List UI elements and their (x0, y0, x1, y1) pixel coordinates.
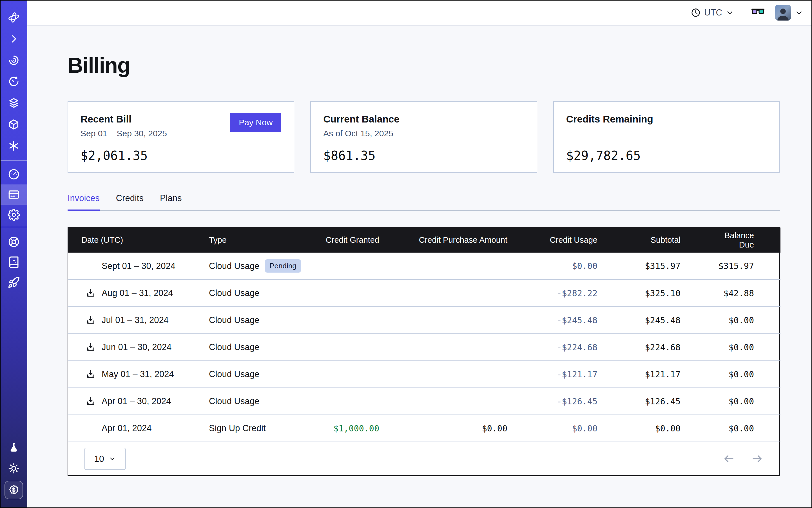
table-footer: 10 (68, 442, 779, 475)
sidebar (0, 0, 27, 508)
download-invoice-button[interactable] (86, 342, 96, 352)
page-title: Billing (68, 53, 780, 77)
summary-cards: Recent Bill Sep 01 – Sep 30, 2025 $2,061… (68, 101, 780, 173)
sidebar-item-labs[interactable] (0, 438, 27, 458)
credit-purchase-value (409, 307, 537, 334)
sidebar-item-layers[interactable] (0, 93, 27, 113)
invoice-date: May 01 – 31, 2024 (102, 369, 174, 379)
sidebar-expand[interactable] (0, 29, 27, 49)
invoice-date: Apr 01 – 30, 2024 (102, 396, 171, 406)
invoice-type: Cloud Usage (209, 342, 259, 352)
download-invoice-button[interactable] (86, 396, 96, 406)
tab-invoices[interactable]: Invoices (68, 193, 100, 210)
column-header-date: Date (UTC) (68, 227, 196, 253)
glasses-icon (752, 8, 764, 17)
reader-mode-button[interactable] (752, 8, 764, 17)
credit-purchase-value (409, 253, 537, 280)
balance-due-value: $0.00 (710, 388, 780, 415)
credits-promo (0, 480, 27, 500)
subtotal-value: $245.48 (627, 307, 710, 334)
timezone-selector[interactable]: UTC (691, 8, 734, 18)
avatar[interactable] (775, 5, 791, 20)
timezone-label: UTC (704, 8, 722, 18)
credit-granted-value (314, 280, 409, 307)
credit-purchase-value (409, 388, 537, 415)
sidebar-item-settings[interactable] (0, 205, 27, 225)
arrow-right-icon (751, 453, 763, 465)
credit-usage-value: $0.00 (537, 253, 627, 280)
credits-remaining-amount: $29,782.65 (566, 149, 767, 163)
docs-book-icon (8, 256, 20, 268)
credit-purchase-value (409, 334, 537, 361)
column-header-type: Type (196, 227, 314, 253)
subtotal-value: $121.17 (627, 361, 710, 388)
topbar: UTC (27, 0, 812, 26)
credits-promo-button[interactable] (4, 481, 23, 499)
sidebar-item-observe[interactable] (0, 50, 27, 71)
user-menu-button[interactable] (795, 8, 803, 17)
billing-tabs: InvoicesCreditsPlans (68, 193, 780, 211)
invoice-row: Sept 01 – 30, 2024 Cloud Usage Pending $… (68, 253, 780, 280)
next-page-button[interactable] (751, 453, 763, 465)
invoice-row: Apr 01 – 30, 2024 Cloud Usage -$126.45 $… (68, 388, 780, 415)
balance-due-value: $0.00 (710, 307, 780, 334)
tab-plans[interactable]: Plans (160, 193, 182, 210)
download-icon (86, 396, 96, 406)
status-badge: Pending (265, 259, 301, 272)
invoice-type: Cloud Usage (209, 261, 259, 271)
download-invoice-button[interactable] (86, 315, 96, 325)
credit-usage-value: $0.00 (537, 415, 627, 442)
invoice-row: Apr 01, 2024 Sign Up Credit $1,000.00 $0… (68, 415, 780, 442)
sidebar-item-getting-started[interactable] (0, 272, 27, 293)
theme-sun-icon (8, 462, 20, 474)
sidebar-item-asterisk[interactable] (0, 136, 27, 156)
cube-icon (8, 119, 20, 130)
labs-flask-icon (8, 442, 20, 454)
sidebar-item-support[interactable] (0, 232, 27, 252)
credit-usage-value: -$282.22 (537, 280, 627, 307)
column-header-credit-purchase: Credit Purchase Amount (409, 227, 537, 253)
settings-gear-icon (8, 209, 20, 221)
tab-credits[interactable]: Credits (116, 193, 143, 210)
invoice-type: Cloud Usage (209, 315, 259, 325)
sidebar-item-cube[interactable] (0, 114, 27, 135)
support-lifebuoy-icon (8, 236, 20, 248)
invoice-row: Aug 01 – 31, 2024 Cloud Usage -$282.22 $… (68, 280, 780, 307)
balance-due-value: $315.97 (710, 253, 780, 280)
usage-gauge-icon (8, 168, 20, 180)
sidebar-item-docs[interactable] (0, 252, 27, 272)
invoice-type: Sign Up Credit (209, 423, 266, 433)
credit-granted-value (314, 388, 409, 415)
sidebar-divider (0, 160, 27, 161)
sidebar-item-history[interactable] (0, 72, 27, 92)
column-header-balance-due: Balance Due (710, 227, 780, 253)
pagination-arrows (723, 453, 763, 465)
pay-now-button[interactable]: Pay Now (230, 113, 281, 132)
balance-due-value: $0.00 (710, 334, 780, 361)
invoice-row: Jul 01 – 31, 2024 Cloud Usage -$245.48 $… (68, 307, 780, 334)
balance-due-value: $0.00 (710, 361, 780, 388)
download-invoice-button[interactable] (86, 369, 96, 379)
chevron-down-icon (726, 8, 734, 17)
balance-due-value: $42.88 (710, 280, 780, 307)
credits-remaining-card: Credits Remaining $29,782.65 (553, 101, 780, 173)
subtotal-value: $126.45 (627, 388, 710, 415)
sidebar-divider (0, 227, 27, 227)
theme-toggle[interactable] (0, 458, 27, 478)
invoice-date: Jul 01 – 31, 2024 (102, 315, 169, 325)
previous-page-button[interactable] (723, 453, 735, 465)
subtotal-value: $224.68 (627, 334, 710, 361)
main-content: Billing Recent Bill Sep 01 – Sep 30, 202… (27, 26, 812, 508)
download-invoice-button[interactable] (86, 288, 96, 298)
sidebar-item-usage[interactable] (0, 164, 27, 184)
app-logo[interactable] (0, 7, 27, 28)
card-subtitle (566, 129, 767, 139)
page-size-select[interactable]: 10 (84, 448, 126, 470)
credit-purchase-value (409, 361, 537, 388)
invoice-date: Apr 01, 2024 (102, 423, 152, 433)
download-icon (86, 288, 96, 298)
invoice-row: Jun 01 – 30, 2024 Cloud Usage -$224.68 $… (68, 334, 780, 361)
sidebar-item-billing[interactable] (0, 184, 27, 205)
dollar-badge-icon (8, 484, 19, 496)
credit-usage-value: -$126.45 (537, 388, 627, 415)
